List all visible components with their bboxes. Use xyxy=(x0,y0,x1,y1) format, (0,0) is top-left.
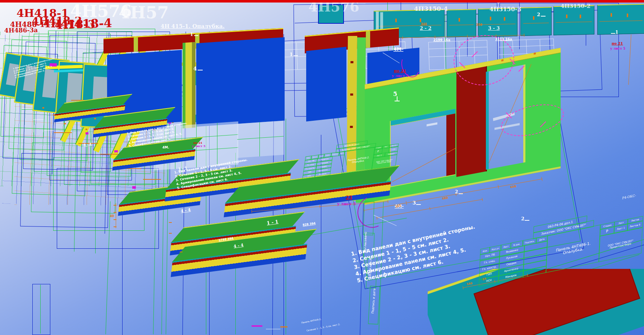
panel-title: Панель 4НТ416-2.Опалубка. xyxy=(341,147,375,174)
section-mark: 1 xyxy=(290,52,293,57)
leader-note-red: по 21 xyxy=(394,69,406,73)
section-mark: 2 xyxy=(521,216,524,221)
section-mark: 2 xyxy=(455,190,458,194)
leader-mark-4m: 4М- xyxy=(394,47,403,52)
window-opening xyxy=(390,109,455,187)
ghost-panel-label: 4П3150-4 xyxy=(414,6,448,12)
section-mark-flag xyxy=(525,220,529,221)
plan-panel xyxy=(447,9,476,37)
sheet-content-zone xyxy=(237,120,284,158)
section-mark-flag xyxy=(294,55,298,56)
dimension-line xyxy=(628,35,631,85)
section-mark-flag xyxy=(541,16,546,17)
ghost-section-title: 3 - 3 xyxy=(488,26,500,31)
blue-panel xyxy=(306,47,346,121)
section-mark: 1 xyxy=(615,30,618,35)
dim-text: 340 xyxy=(421,23,427,26)
window-opening xyxy=(42,69,58,98)
corner-slab xyxy=(428,269,644,335)
leader-note-magenta: у лист 5 xyxy=(610,47,625,50)
window-head-band xyxy=(391,109,455,126)
plan-panel xyxy=(597,4,644,35)
section-mark: 4 xyxy=(193,66,197,71)
sheet-frame xyxy=(32,284,50,335)
ghost-panel-label: 4П3150-3 xyxy=(489,6,521,12)
dim-text: 40 xyxy=(110,215,114,218)
leader-note-red: 23 xyxy=(346,195,352,200)
section-mark: 3 xyxy=(413,201,416,205)
leader-mark-4m: 4М. xyxy=(162,146,169,149)
section-mark-flag xyxy=(194,35,198,36)
section-mark-flag xyxy=(416,204,421,205)
dim-text: 828 394 xyxy=(303,222,316,227)
blue-panel xyxy=(196,37,285,127)
panel-label-red: 4Н486-3а xyxy=(4,27,38,34)
section-mark-flag xyxy=(395,101,400,101)
teal-surface xyxy=(428,269,644,335)
leader-note-magenta: у лист 5 xyxy=(392,74,409,78)
corner-code: Р4-ОКС- xyxy=(622,194,636,200)
cad-app: { "app": {"name": "CAD viewport", "top_b… xyxy=(0,0,644,335)
section-mark-flag xyxy=(611,33,615,34)
leader-note-red: по 21 xyxy=(612,42,623,45)
section-mark: 2 xyxy=(537,12,540,17)
ghost-section-title: 2 - 2 xyxy=(420,26,432,31)
section-title: 4 - 4 xyxy=(233,243,244,248)
panel-edge-strip xyxy=(183,42,196,129)
plan-panel xyxy=(520,7,552,36)
section-mark-flag xyxy=(459,193,463,194)
section-mark-flag xyxy=(198,70,203,70)
ghost-panel-label: 4П3150-2 xyxy=(561,4,590,9)
ghost-mark xyxy=(427,122,437,127)
window-top-bar xyxy=(0,0,644,3)
footer-text: Сечение 1 - 1, 5 - 5 см. лист 2. xyxy=(306,323,340,332)
leader-note-red: по 21 xyxy=(193,141,202,144)
section-mark: 1 xyxy=(190,32,193,37)
window-reveal xyxy=(446,114,455,176)
frame-line xyxy=(40,285,41,334)
dim-text: 3111 16а xyxy=(495,38,512,41)
footer-text: Панель 4НТ416-2. xyxy=(301,318,322,324)
plan-panel xyxy=(553,5,594,35)
ghost-sheet-title: 4Н 415-1. Опалубка. xyxy=(161,24,225,29)
ghost-panel-label: 4Н57 xyxy=(119,4,169,21)
dim-text: 2199 16а xyxy=(433,38,450,42)
leader-note-magenta: у лист 5 xyxy=(192,144,206,147)
cad-viewport[interactable]: Согласовано Взам.инв.N Подпись и дата 06… xyxy=(0,0,644,335)
dim-text: 350 xyxy=(476,24,482,27)
window-head-band xyxy=(486,71,489,169)
leader-note-magenta: у лист 5 xyxy=(337,202,356,206)
dimension-line xyxy=(116,203,116,228)
section-title: 4 - 4 xyxy=(180,208,191,213)
